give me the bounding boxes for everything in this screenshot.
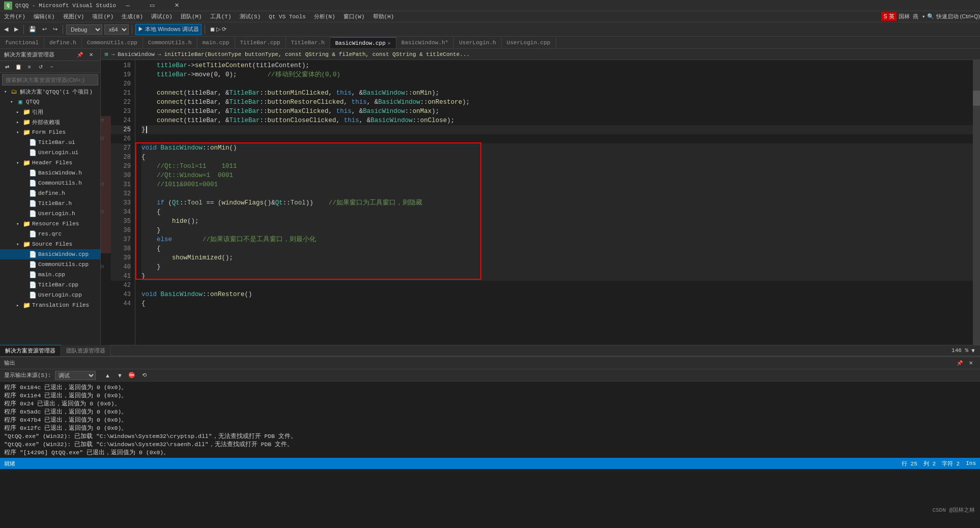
tab-functional[interactable]: functional bbox=[0, 37, 44, 48]
minimize-button[interactable]: ─ bbox=[116, 0, 139, 11]
tab-userlogin-cpp[interactable]: UserLogin.cpp bbox=[502, 37, 556, 48]
pin-button[interactable]: 📌 bbox=[75, 50, 85, 60]
tree-titlebar-h[interactable]: 📄 TitleBar.h bbox=[0, 198, 100, 209]
tab-basicwindow-cpp[interactable]: BasicWindow.cpp ✕ bbox=[330, 37, 396, 48]
output-source-select[interactable]: 调试 bbox=[55, 371, 96, 380]
tree-titlebar-ui[interactable]: 📄 TitleBar.ui bbox=[0, 137, 100, 148]
vertical-scrollbar[interactable] bbox=[973, 60, 980, 345]
tree-userlogin-h[interactable]: 📄 UserLogin.h bbox=[0, 209, 100, 219]
code-line-40: } bbox=[141, 262, 973, 272]
output-line-8: "QtQQ.exe" (Win32): 已加载 "C:\Windows\Syst… bbox=[4, 441, 976, 449]
menu-help[interactable]: 帮助(H) bbox=[369, 11, 398, 22]
redo-button[interactable]: ↪ bbox=[51, 24, 60, 35]
tab-commonutils-h[interactable]: CommonUtils.h bbox=[143, 37, 197, 48]
menu-bar: 文件(F) 编辑(E) 视图(V) 项目(P) 生成(B) 调试(D) 团队(M… bbox=[0, 11, 980, 22]
tree-qtqq[interactable]: ▾ ▣ QTQQ bbox=[0, 97, 100, 107]
tree-basicwindow-cpp[interactable]: 📄 BasicWindow.cpp bbox=[0, 249, 100, 259]
zoom-button[interactable]: ▼ bbox=[970, 347, 976, 354]
scrollbar-thumb[interactable] bbox=[973, 91, 980, 106]
output-btn-wordwrap[interactable]: ⟲ bbox=[138, 370, 150, 381]
tree-titlebar-cpp[interactable]: 📄 TitleBar.cpp bbox=[0, 280, 100, 290]
sync-button[interactable]: ⇄ bbox=[2, 62, 12, 72]
menu-window[interactable]: 窗口(W) bbox=[339, 11, 369, 22]
close-output-button[interactable]: ✕ bbox=[966, 358, 976, 368]
menu-tools[interactable]: 工具(T) bbox=[206, 11, 236, 22]
menu-view[interactable]: 视图(V) bbox=[59, 11, 89, 22]
tree-translation-files[interactable]: ▸ 📁 Translation Files bbox=[0, 300, 100, 310]
output-header-controls: 📌 ✕ bbox=[955, 358, 976, 368]
tab-solution-explorer[interactable]: 解决方案资源管理器 bbox=[0, 345, 61, 356]
back-button[interactable]: ◀ bbox=[2, 24, 10, 35]
menu-team[interactable]: 团队(M) bbox=[177, 11, 206, 22]
separator-2 bbox=[63, 25, 63, 34]
search-input[interactable] bbox=[2, 74, 98, 85]
panel-tools: ⇄ 📋 ≡ ↺ − bbox=[0, 61, 100, 73]
tab-team-explorer[interactable]: 团队资源管理器 bbox=[61, 345, 111, 356]
status-eol: Ins bbox=[966, 460, 976, 466]
tab-titlebar-h[interactable]: TitleBar.h bbox=[286, 37, 330, 48]
output-line-6: 程序 0x12fc 已退出，返回值为 0 (0x0)。 bbox=[4, 424, 976, 432]
menu-file[interactable]: 文件(F) bbox=[0, 11, 30, 22]
tree-userlogin-cpp[interactable]: 📄 UserLogin.cpp bbox=[0, 290, 100, 300]
output-btn-down[interactable]: ▼ bbox=[114, 370, 125, 381]
menu-qtvs[interactable]: Qt VS Tools bbox=[265, 11, 310, 22]
tree-header-files[interactable]: ▾ 📁 Header Files bbox=[0, 158, 100, 168]
output-btn-up[interactable]: ▲ bbox=[102, 370, 113, 381]
menu-analyze[interactable]: 分析(N) bbox=[310, 11, 339, 22]
menu-debug[interactable]: 调试(D) bbox=[147, 11, 177, 22]
menu-test[interactable]: 测试(S) bbox=[236, 11, 265, 22]
save-button[interactable]: 💾 bbox=[27, 24, 38, 35]
status-ch: 字符 2 bbox=[942, 460, 960, 467]
config-dropdown[interactable]: Debug Release bbox=[66, 24, 102, 35]
output-content[interactable]: 程序 0x184c 已退出，返回值为 0 (0x0)。 程序 0x11e4 已退… bbox=[0, 382, 980, 458]
tree-external-deps[interactable]: ▸ 📁 外部依赖项 bbox=[0, 117, 100, 127]
collapse-all-button[interactable]: − bbox=[47, 62, 57, 72]
tree-source-files[interactable]: ▾ 📁 Source Files bbox=[0, 239, 100, 249]
tab-titlebar-cpp[interactable]: TitleBar.cpp bbox=[235, 37, 286, 48]
user-name[interactable]: 国林 燕 ▾ bbox=[899, 13, 926, 20]
tab-defineh[interactable]: define.h bbox=[44, 37, 82, 48]
ime-button[interactable]: S 英 bbox=[881, 12, 896, 21]
tree-commonutils-cpp[interactable]: 📄 CommonUtils.cpp bbox=[0, 259, 100, 270]
properties-button[interactable]: 📋 bbox=[13, 62, 23, 72]
code-editor[interactable]: ⊟ ⊟ ⊟ ⊟ ⊟ 18 1 bbox=[101, 60, 980, 345]
output-btn-clear[interactable]: ⛔ bbox=[126, 370, 137, 381]
menu-edit[interactable]: 编辑(E) bbox=[30, 11, 59, 22]
output-toolbar: 显示输出来源(S): 调试 ▲ ▼ ⛔ ⟲ bbox=[0, 369, 980, 382]
tab-close-icon[interactable]: ✕ bbox=[388, 40, 391, 46]
editor-tabs-bar: functional define.h CommonUtils.cpp Comm… bbox=[0, 37, 980, 49]
tab-userlogin-h[interactable]: UserLogin.h bbox=[454, 37, 502, 48]
solution-explorer: 解决方案资源管理器 📌 ✕ ⇄ 📋 ≡ ↺ − ▾ 🗂 解决方案'QTQQ'(1… bbox=[0, 49, 101, 345]
close-button[interactable]: ✕ bbox=[165, 0, 188, 11]
forward-button[interactable]: ▶ bbox=[12, 24, 20, 35]
tree-userlogin-ui[interactable]: 📄 UserLogin.ui bbox=[0, 148, 100, 158]
output-buttons: ▲ ▼ ⛔ ⟲ bbox=[102, 370, 150, 381]
code-content[interactable]: titleBar->setTitleContent(titleContent);… bbox=[135, 60, 973, 345]
app-icon: Q bbox=[4, 2, 12, 10]
menu-build[interactable]: 生成(B) bbox=[118, 11, 147, 22]
search-button[interactable]: 🔍 快速启动 (Ctrl+Q) bbox=[927, 13, 980, 20]
tree-references[interactable]: ▸ 📁 引用 bbox=[0, 107, 100, 117]
tree-basicwindow-h[interactable]: 📄 BasicWindow.h bbox=[0, 168, 100, 178]
output-header: 输出 📌 ✕ bbox=[0, 357, 980, 369]
run-button[interactable]: ▶ 本地 Windows 调试器 bbox=[135, 24, 201, 35]
refresh-button[interactable]: ↺ bbox=[36, 62, 46, 72]
filter-button[interactable]: ≡ bbox=[24, 62, 35, 72]
tree-define-h[interactable]: 📄 define.h bbox=[0, 188, 100, 198]
tree-root[interactable]: ▾ 🗂 解决方案'QTQQ'(1 个项目) bbox=[0, 86, 100, 97]
close-panel-button[interactable]: ✕ bbox=[86, 50, 96, 60]
misc-btn1[interactable]: ◼ ▷ ⟳ bbox=[208, 24, 228, 35]
pin-output-button[interactable]: 📌 bbox=[955, 358, 965, 368]
tab-basicwindow-h[interactable]: BasicWindow.h* bbox=[396, 37, 454, 48]
tree-res-qrc[interactable]: 📄 res.qrc bbox=[0, 229, 100, 239]
tree-form-files[interactable]: ▾ 📁 Form Files bbox=[0, 127, 100, 137]
menu-project[interactable]: 项目(P) bbox=[88, 11, 118, 22]
tree-resource-files[interactable]: ▾ 📁 Resource Files bbox=[0, 219, 100, 229]
tab-commonutils-cpp[interactable]: CommonUtils.cpp bbox=[82, 37, 143, 48]
tree-main-cpp[interactable]: 📄 main.cpp bbox=[0, 270, 100, 280]
undo-button[interactable]: ↩ bbox=[40, 24, 49, 35]
tree-commonutils-h[interactable]: 📄 CommonUtils.h bbox=[0, 178, 100, 188]
tab-main-cpp[interactable]: main.cpp bbox=[197, 37, 235, 48]
platform-dropdown[interactable]: x64 x86 bbox=[104, 24, 129, 35]
restore-button[interactable]: ▭ bbox=[140, 0, 164, 11]
